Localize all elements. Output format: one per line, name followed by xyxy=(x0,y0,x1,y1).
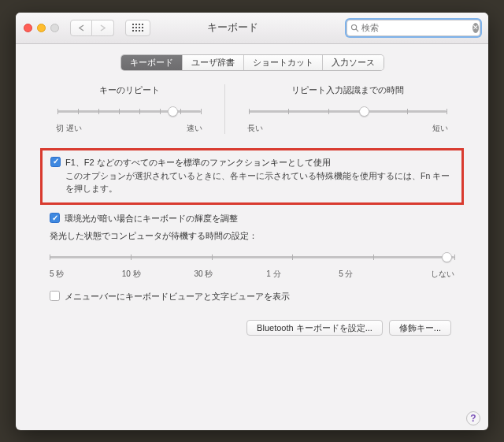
minimize-icon[interactable] xyxy=(37,24,46,32)
fn-checkbox[interactable] xyxy=(50,157,61,167)
delay-title: リピート入力認識までの時間 xyxy=(244,84,451,96)
keyboard-prefs-window: キーボード ✕ キーボード ユーザ辞書 ショートカット 入力ソース キーのリピー… xyxy=(16,13,488,430)
search-input[interactable] xyxy=(361,23,470,32)
key-repeat-group: キーのリピート 切 遅い速い xyxy=(53,84,206,134)
back-button[interactable] xyxy=(70,20,92,36)
viewer-checkbox-row[interactable]: メニューバーにキーボードビューアと文字ビューアを表示 xyxy=(50,291,454,303)
tab-bar: キーボード ユーザ辞書 ショートカット 入力ソース xyxy=(43,55,461,70)
tab-input-sources[interactable]: 入力ソース xyxy=(323,55,384,70)
viewer-checkbox[interactable] xyxy=(50,291,60,301)
search-icon xyxy=(350,24,359,32)
tab-user-dict[interactable]: ユーザ辞書 xyxy=(183,55,244,70)
tab-shortcuts[interactable]: ショートカット xyxy=(244,55,323,70)
svg-line-1 xyxy=(356,28,358,31)
dim-labels: 5 秒10 秒30 秒1 分5 分しない xyxy=(50,269,454,280)
forward-button[interactable] xyxy=(92,20,114,36)
footer: Bluetooth キーボードを設定... 修飾キー... xyxy=(43,314,461,340)
help-button[interactable]: ? xyxy=(466,411,480,425)
clear-search-icon[interactable]: ✕ xyxy=(472,23,479,33)
traffic-lights xyxy=(24,24,59,32)
search-field[interactable]: ✕ xyxy=(346,20,480,36)
titlebar: キーボード ✕ xyxy=(16,13,488,44)
nav-segment xyxy=(70,20,114,36)
content: キーボード ユーザ辞書 ショートカット 入力ソース キーのリピート 切 遅い速い… xyxy=(16,44,488,430)
backlight-checkbox[interactable] xyxy=(50,213,60,223)
key-repeat-title: キーのリピート xyxy=(53,84,206,96)
sliders-row: キーのリピート 切 遅い速い リピート入力認識までの時間 長い短い xyxy=(53,84,451,134)
viewer-section: メニューバーにキーボードビューアと文字ビューアを表示 xyxy=(50,291,454,303)
zoom-icon xyxy=(50,24,59,32)
window-title: キーボード xyxy=(125,21,340,35)
highlighted-setting: F1、F2 などのすべてのキーを標準のファンクションキーとして使用 このオプショ… xyxy=(40,148,464,206)
fn-checkbox-row[interactable]: F1、F2 などのすべてのキーを標準のファンクションキーとして使用 xyxy=(50,157,454,169)
dim-title: 発光した状態でコンピュータが待機する時間の設定： xyxy=(50,230,454,242)
bluetooth-keyboard-button[interactable]: Bluetooth キーボードを設定... xyxy=(246,320,383,336)
modifier-keys-button[interactable]: 修飾キー... xyxy=(389,320,451,336)
fn-hint: このオプションが選択されているときに、各キーに示されている特殊機能を使用するには… xyxy=(65,170,454,195)
svg-point-0 xyxy=(351,24,356,29)
delay-group: リピート入力認識までの時間 長い短い xyxy=(244,84,451,134)
backlight-checkbox-row[interactable]: 環境光が暗い場合にキーボードの輝度を調整 xyxy=(50,213,454,225)
tab-keyboard[interactable]: キーボード xyxy=(121,55,183,70)
dim-slider[interactable] xyxy=(50,250,454,266)
close-icon[interactable] xyxy=(24,24,32,32)
delay-slider[interactable] xyxy=(249,104,447,120)
backlight-section: 環境光が暗い場合にキーボードの輝度を調整 発光した状態でコンピュータが待機する時… xyxy=(50,213,454,279)
key-repeat-slider[interactable] xyxy=(57,104,201,120)
